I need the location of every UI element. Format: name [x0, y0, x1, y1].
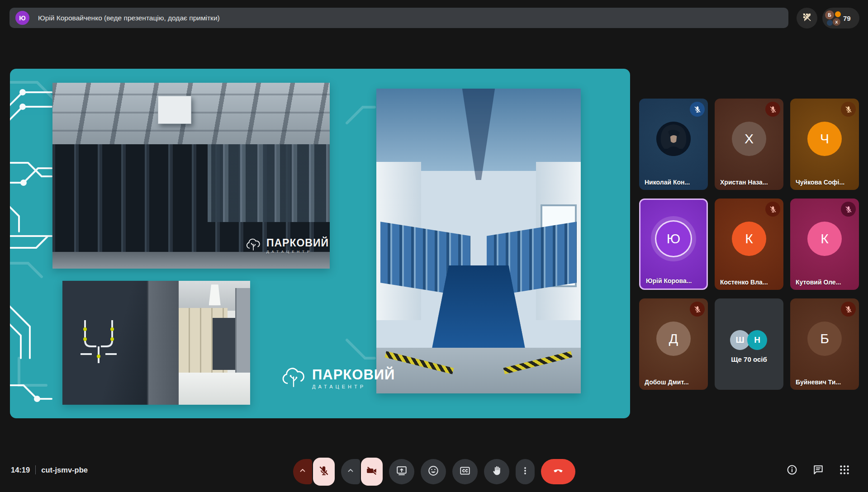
mic-control: [293, 458, 335, 486]
tree-cloud-icon: [245, 236, 262, 255]
participant-tile[interactable]: К Костенко Вла...: [715, 199, 783, 290]
presenter-initial: Ю: [19, 14, 25, 22]
tree-cloud-icon: [280, 364, 308, 393]
call-controls: [293, 458, 575, 486]
logo-title: ПАРКОВИЙ: [312, 368, 395, 382]
present-screen-button[interactable]: [389, 459, 414, 484]
participant-name: Кутовий Оле...: [796, 279, 841, 286]
blue-data-hall-photo: [376, 89, 581, 393]
overflow-participants-tile[interactable]: Ш Н Ще 70 осіб: [715, 298, 783, 390]
participant-tile[interactable]: К Кутовий Оле...: [790, 199, 859, 290]
end-call-icon: [552, 464, 564, 479]
avatar: Д: [656, 322, 691, 356]
mic-muted-icon: [690, 302, 705, 317]
participant-grid: Николай Кон... X Христан Наза... Ч Чуйко…: [639, 99, 859, 390]
captions-icon: [459, 465, 471, 478]
avatar: К: [807, 222, 842, 256]
mic-muted-icon: [841, 302, 856, 317]
server-room-photo: ПАРКОВИЙ ДАТАЦЕНТР: [52, 83, 330, 269]
divider: [35, 465, 36, 474]
reactions-icon: [427, 465, 439, 478]
info-button[interactable]: [786, 464, 798, 478]
participant-name: Костенко Вла...: [720, 279, 768, 286]
chat-button[interactable]: [812, 464, 824, 478]
mic-muted-icon: [690, 102, 705, 117]
participant-tile-active-speaker[interactable]: Ю Юрій Корова...: [639, 199, 708, 290]
camera-options-button[interactable]: [341, 459, 360, 484]
participant-tile[interactable]: Д Добош Дмит...: [639, 298, 708, 390]
presenter-avatar: Ю: [15, 11, 29, 25]
overflow-count-label: Ще 70 осіб: [715, 355, 783, 363]
grid-off-icon: [802, 12, 812, 24]
participant-name: Николай Кон...: [645, 179, 690, 186]
presenter-label: Юрій Коровайченко (веде презентацію, дод…: [38, 14, 220, 22]
participant-name: Юрій Корова...: [646, 277, 692, 284]
watermark-title: ПАРКОВИЙ: [266, 238, 329, 248]
avatar: X: [732, 122, 766, 156]
presenter-banner[interactable]: Ю Юрій Коровайченко (веде презентацію, д…: [9, 8, 788, 28]
more-options-button[interactable]: [516, 459, 535, 484]
mini-avatar: [835, 11, 841, 17]
avatar: Ч: [807, 122, 842, 156]
mic-off-icon: [318, 465, 330, 478]
participant-name: Буйневич Ти...: [796, 378, 841, 386]
apps-grid-button[interactable]: [839, 464, 850, 478]
mini-avatar: Б: [825, 10, 834, 19]
presentation-stage: ПАРКОВИЙ ДАТАЦЕНТР: [10, 69, 630, 418]
participant-avatars-cluster: Б X: [822, 8, 842, 28]
mic-muted-icon: [765, 202, 780, 217]
participant-tile[interactable]: Ч Чуйкова Софі...: [790, 99, 859, 190]
avatar: Н: [747, 330, 767, 350]
mini-avatar: X: [833, 18, 840, 26]
participant-tile[interactable]: X Христан Наза...: [715, 99, 783, 190]
camera-control: [341, 458, 383, 486]
captions-button[interactable]: [452, 459, 478, 484]
participant-name: Добош Дмит...: [645, 378, 689, 386]
camera-toggle-button[interactable]: [361, 458, 383, 486]
mic-options-button[interactable]: [293, 459, 312, 484]
avatar: [656, 122, 691, 156]
logo-subtitle: ДАТАЦЕНТР: [312, 384, 395, 389]
end-call-button[interactable]: [541, 459, 575, 484]
bottom-right-panel: [786, 464, 850, 478]
parkovyi-watermark: ПАРКОВИЙ ДАТАЦЕНТР: [245, 236, 329, 255]
mic-toggle-button[interactable]: [313, 458, 335, 486]
chevron-up-icon: [299, 467, 307, 477]
reactions-button[interactable]: [421, 459, 446, 484]
grid-off-button[interactable]: [797, 8, 817, 28]
avatar: Ю: [656, 222, 691, 256]
chevron-up-icon: [346, 467, 355, 477]
participants-count-button[interactable]: Б X 79: [822, 8, 859, 28]
participant-name: Христан Наза...: [720, 179, 768, 186]
mic-muted-icon: [841, 202, 856, 217]
mini-avatar: [827, 20, 833, 26]
camera-off-icon: [366, 465, 378, 478]
participant-tile[interactable]: Николай Кон...: [639, 99, 708, 190]
mic-muted-icon: [841, 102, 856, 117]
meeting-code: cut-jsmv-pbe: [41, 466, 88, 474]
raise-hand-button[interactable]: [484, 459, 509, 484]
participant-name: Чуйкова Софі...: [796, 179, 844, 186]
present-screen-icon: [396, 465, 408, 478]
more-options-icon: [520, 465, 531, 478]
piping-diagram: [74, 316, 123, 370]
avatar: Б: [807, 322, 842, 356]
parkovyi-logo: ПАРКОВИЙ ДАТАЦЕНТР: [280, 364, 395, 393]
avatar: К: [732, 222, 766, 256]
clock-time: 14:19: [11, 466, 30, 474]
participants-count: 79: [843, 14, 851, 22]
raise-hand-icon: [491, 465, 503, 478]
equipment-corridor-photo: [62, 281, 250, 405]
participant-tile[interactable]: Б Буйневич Ти...: [790, 298, 859, 390]
meeting-info: 14:19 cut-jsmv-pbe: [11, 465, 88, 474]
watermark-subtitle: ДАТАЦЕНТР: [266, 250, 329, 254]
mic-muted-icon: [765, 102, 780, 117]
